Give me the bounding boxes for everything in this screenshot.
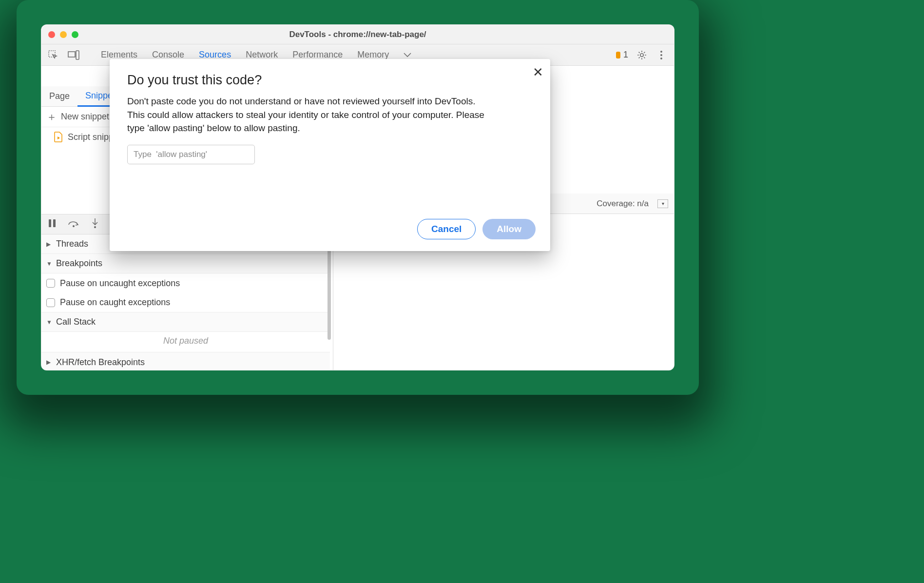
pause-resume-icon[interactable]: [48, 219, 56, 230]
svg-point-4: [660, 51, 662, 53]
window-title: DevTools - chrome://new-tab-page/: [41, 30, 674, 39]
trust-code-dialog: ✕ Do you trust this code? Don't paste co…: [110, 59, 550, 251]
svg-point-3: [640, 53, 643, 56]
dialog-body: Don't paste code you do not understand o…: [127, 95, 488, 135]
pause-uncaught-row[interactable]: Pause on uncaught exceptions: [41, 273, 330, 293]
gear-icon[interactable]: [636, 49, 648, 61]
tab-elements[interactable]: Elements: [101, 50, 137, 60]
window-minimize-dot[interactable]: [60, 31, 67, 38]
tab-console[interactable]: Console: [152, 50, 184, 60]
pause-caught-label: Pause on caught exceptions: [60, 297, 170, 308]
tab-sources[interactable]: Sources: [199, 50, 231, 60]
allow-pasting-input[interactable]: [127, 145, 255, 164]
tab-network[interactable]: Network: [246, 50, 278, 60]
titlebar: DevTools - chrome://new-tab-page/: [41, 25, 674, 44]
step-over-icon[interactable]: [68, 219, 79, 230]
kebab-menu-icon[interactable]: [655, 49, 667, 61]
new-snippet-label: New snippet: [61, 112, 109, 122]
devtools-window: DevTools - chrome://new-tab-page/ Elemen…: [41, 24, 674, 370]
issues-badge-icon: [616, 52, 620, 58]
svg-point-6: [660, 58, 662, 59]
svg-point-9: [73, 225, 75, 227]
dialog-title: Do you trust this code?: [127, 73, 533, 88]
call-stack-not-paused: Not paused: [41, 332, 330, 352]
device-toolbar-icon[interactable]: [68, 49, 79, 61]
section-threads-label: Threads: [56, 239, 88, 249]
tab-memory[interactable]: Memory: [357, 50, 389, 60]
allow-button[interactable]: Allow: [482, 219, 536, 239]
step-into-icon[interactable]: [91, 218, 99, 231]
window-close-dot[interactable]: [48, 31, 55, 38]
inspect-element-icon[interactable]: [47, 49, 59, 61]
svg-rect-1: [68, 52, 75, 57]
pause-caught-row[interactable]: Pause on caught exceptions: [41, 293, 330, 312]
section-breakpoints-label: Breakpoints: [56, 258, 102, 269]
section-xhr-label: XHR/fetch Breakpoints: [56, 357, 145, 368]
snippet-file-icon: [54, 132, 63, 142]
coverage-label: Coverage: n/a: [597, 199, 649, 209]
chevron-down-icon: ▼: [46, 319, 53, 326]
checkbox-icon[interactable]: [46, 298, 55, 307]
chevron-right-icon: ▶: [46, 359, 53, 366]
svg-rect-0: [49, 51, 55, 57]
chevron-down-icon: ▼: [46, 260, 53, 267]
section-call-stack-label: Call Stack: [56, 317, 96, 327]
svg-point-10: [94, 226, 96, 228]
svg-rect-7: [49, 219, 51, 227]
subtab-page[interactable]: Page: [41, 86, 77, 106]
svg-rect-8: [53, 219, 56, 227]
chevron-right-icon: ▶: [46, 241, 53, 248]
tab-performance[interactable]: Performance: [292, 50, 343, 60]
section-xhr[interactable]: ▶XHR/fetch Breakpoints: [41, 352, 330, 370]
window-zoom-dot[interactable]: [72, 31, 78, 38]
debugger-left-pane: ▶Threads ▼Breakpoints Pause on uncaught …: [41, 234, 330, 370]
svg-point-5: [660, 54, 662, 56]
issues-indicator[interactable]: 1: [616, 50, 628, 60]
plus-icon: ＋: [46, 110, 56, 124]
pause-uncaught-label: Pause on uncaught exceptions: [60, 278, 180, 289]
issues-count: 1: [623, 50, 628, 60]
cancel-button[interactable]: Cancel: [417, 219, 476, 239]
checkbox-icon[interactable]: [46, 279, 55, 288]
section-breakpoints[interactable]: ▼Breakpoints: [41, 254, 330, 273]
close-icon[interactable]: ✕: [533, 65, 543, 80]
section-call-stack[interactable]: ▼Call Stack: [41, 312, 330, 332]
svg-rect-2: [76, 51, 79, 59]
coverage-toggle-icon[interactable]: ▾: [657, 199, 668, 208]
